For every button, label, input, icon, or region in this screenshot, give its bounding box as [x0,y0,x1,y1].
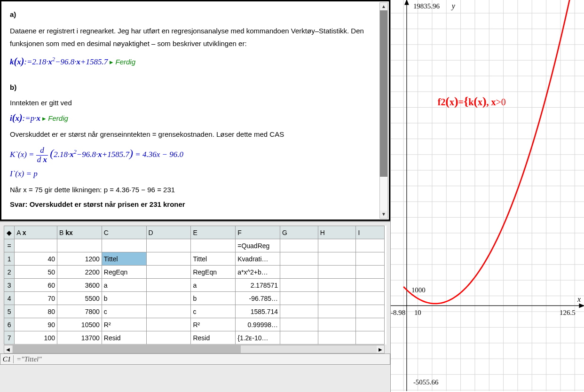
cell[interactable]: Resid [191,331,236,345]
cell[interactable]: 2.178571 [236,279,280,292]
h-scrollbar-thumb[interactable] [13,345,241,353]
cell[interactable]: 2 [4,266,15,279]
cell[interactable] [318,252,356,266]
cell[interactable]: 13700 [57,331,102,345]
cell[interactable]: R² [191,318,236,331]
cell[interactable] [318,318,356,331]
cell[interactable] [280,292,318,305]
col-header-c[interactable]: C [102,226,146,239]
cell[interactable]: a [102,279,146,292]
col-header-h[interactable]: H [318,226,356,239]
cell[interactable] [318,292,356,305]
cell[interactable]: Kvadrati… [236,252,280,266]
cell[interactable]: c [191,305,236,318]
cell[interactable] [280,331,318,345]
table-row[interactable]: 3603600aa2.178571 [4,279,385,292]
cell[interactable] [146,292,191,305]
cell[interactable]: a*x^2+b… [236,266,280,279]
cell[interactable]: 0.99998… [236,318,280,331]
table-row[interactable]: 2502200RegEqnRegEqna*x^2+b… [4,266,385,279]
cell[interactable] [280,318,318,331]
column-header-row[interactable]: ◆ A x B kx C D E F G H I [4,226,385,239]
cell[interactable] [280,266,318,279]
formula-bar[interactable]: C1 ="Tittel" [0,353,390,365]
cell[interactable]: RegEqn [191,266,236,279]
cell[interactable]: 70 [15,292,57,305]
cell[interactable]: {1.2ᴇ-10… [236,331,280,345]
cell[interactable]: a [191,279,236,292]
table-row[interactable]: 5807800cc1585.714 [4,305,385,318]
cell[interactable]: Tittel [191,252,236,266]
cell[interactable]: -96.785… [236,292,280,305]
cell[interactable]: 10500 [57,318,102,331]
cell[interactable]: 90 [15,318,57,331]
cell[interactable]: c [102,305,146,318]
scroll-right-icon[interactable]: ▶ [377,345,384,353]
cell[interactable]: 3600 [57,279,102,292]
table-row[interactable]: 4705500bb-96.785… [4,292,385,305]
cell[interactable] [356,305,385,318]
cell[interactable] [356,318,385,331]
table-row[interactable]: 710013700ResidResid{1.2ᴇ-10… [4,331,385,345]
cell[interactable]: 4 [4,292,15,305]
cell[interactable]: R² [102,318,146,331]
corner-cell[interactable]: ◆ [4,226,15,239]
cell[interactable]: Resid [102,331,146,345]
cell[interactable]: 1200 [57,252,102,266]
cell[interactable] [146,252,191,266]
cell[interactable]: RegEqn [102,266,146,279]
notes-scrollbar[interactable]: ▲ ▼ [379,2,388,219]
cell[interactable]: 1 [4,252,15,266]
formula-row[interactable]: = =QuadReg [4,239,385,252]
cell[interactable] [356,292,385,305]
cell[interactable]: 60 [15,279,57,292]
graph-panel[interactable]: 19835.96 y x -8.98 10 126.5 1000 -5055.6… [390,0,584,392]
cell[interactable] [318,305,356,318]
col-header-f[interactable]: F [236,226,280,239]
scroll-up-icon[interactable]: ▲ [380,3,387,10]
table-row[interactable]: 69010500R²R²0.99998… [4,318,385,331]
scroll-down-icon[interactable]: ▼ [380,211,387,218]
scroll-left-icon[interactable]: ◀ [4,345,12,353]
cell[interactable] [146,266,191,279]
cell[interactable] [146,318,191,331]
cell[interactable] [280,305,318,318]
spreadsheet-table[interactable]: ◆ A x B kx C D E F G H I = [4,226,385,345]
cell[interactable]: Tittel [102,252,146,266]
sheet-h-scrollbar[interactable]: ◀ ▶ [4,345,385,353]
cell[interactable] [356,252,385,266]
formula-input[interactable]: ="Tittel" [14,355,390,363]
cell[interactable]: 2200 [57,266,102,279]
col-header-e[interactable]: E [191,226,236,239]
cell[interactable] [280,279,318,292]
cell[interactable]: 5500 [57,292,102,305]
cell[interactable]: 7 [4,331,15,345]
cell[interactable]: 50 [15,266,57,279]
cell[interactable]: 6 [4,318,15,331]
col-header-d[interactable]: D [146,226,191,239]
col-header-i[interactable]: I [356,226,385,239]
col-header-b[interactable]: B kx [57,226,102,239]
notes-panel[interactable]: ▲ ▼ a) Dataene er registrert i regnearke… [0,0,390,221]
cell[interactable] [146,279,191,292]
col-header-a[interactable]: A x [15,226,57,239]
cell[interactable] [356,266,385,279]
col-header-g[interactable]: G [280,226,318,239]
cell[interactable] [318,266,356,279]
cell[interactable]: 1585.714 [236,305,280,318]
scrollbar-thumb[interactable] [380,3,387,177]
cell[interactable] [280,252,318,266]
spreadsheet-panel[interactable]: ◆ A x B kx C D E F G H I = [0,221,390,392]
cell[interactable] [356,279,385,292]
cell[interactable]: b [102,292,146,305]
cell[interactable] [146,331,191,345]
cell[interactable]: 40 [15,252,57,266]
cell[interactable] [318,279,356,292]
cell[interactable] [318,331,356,345]
cell[interactable] [356,331,385,345]
table-row[interactable]: 1401200TittelTittelKvadrati… [4,252,385,266]
cell[interactable]: 80 [15,305,57,318]
cell[interactable]: b [191,292,236,305]
cell[interactable]: 5 [4,305,15,318]
cell[interactable]: 3 [4,279,15,292]
